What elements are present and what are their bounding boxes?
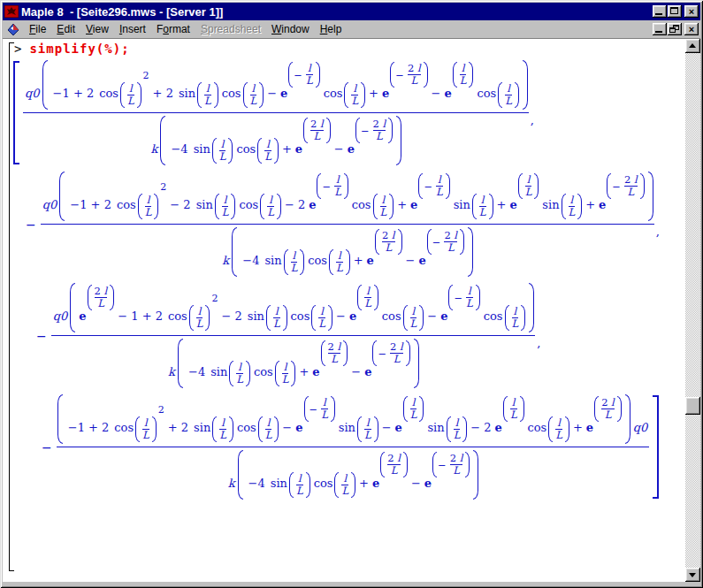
right-paren-icon xyxy=(460,229,464,255)
math-paren-inner: lL xyxy=(348,82,361,108)
math-symbol: l xyxy=(400,340,403,353)
math-denominator: L xyxy=(376,131,383,142)
math-symbol: L xyxy=(466,297,473,309)
math-symbol: L xyxy=(296,485,303,497)
math-exponential: e2 lL xyxy=(312,340,348,378)
math-paren-inner: lL xyxy=(566,194,578,219)
math-symbol: l xyxy=(267,416,271,429)
vertical-scrollbar[interactable] xyxy=(685,39,700,582)
right-paren-icon xyxy=(489,194,493,219)
title-bar[interactable]: Maple 8 - [Seite296.mws - [Server 1]] × xyxy=(3,3,700,20)
math-paren-inner: lL xyxy=(553,416,565,442)
math-big-fraction: −1 + 2coslL2+ 2sinlLcoslL−e−lLsinlL−elLs… xyxy=(57,393,650,500)
math-paren-inner: −2 lL xyxy=(377,340,405,366)
right-paren-icon xyxy=(274,416,279,442)
scrollbar-thumb[interactable] xyxy=(685,397,700,415)
math-symbol: L xyxy=(282,373,289,386)
math-numerator: l xyxy=(481,195,485,206)
math-small-fraction: 2 lL xyxy=(406,63,423,87)
right-paren-icon xyxy=(326,118,331,143)
math-symbol: L xyxy=(569,206,576,218)
close-button[interactable]: × xyxy=(684,5,699,18)
math-paren-fraction: 2 lL xyxy=(375,229,402,255)
child-close-button[interactable]: × xyxy=(684,23,699,35)
scroll-down-button[interactable] xyxy=(685,568,700,582)
right-paren-icon xyxy=(214,82,218,108)
scroll-up-button[interactable] xyxy=(685,39,700,53)
math-exponential: e2 lL xyxy=(79,285,114,323)
math-text: − 2 xyxy=(285,198,305,211)
math-paren-inner: −2 lL xyxy=(437,452,465,477)
right-paren-icon xyxy=(396,116,401,165)
right-paren-icon xyxy=(331,396,335,422)
math-function: cos xyxy=(99,87,118,100)
math-denominator: L xyxy=(236,374,243,386)
math-paren-fraction: lL xyxy=(257,138,279,164)
math-expression: −q0e2 lL− 1 + 2coslL2− 2sinlLcoslL−elLco… xyxy=(36,282,685,389)
math-symbol: l xyxy=(323,396,326,409)
math-row: −4sinlLcoslL+e2 lL−e−2 lL xyxy=(238,226,467,278)
math-small-fraction: lL xyxy=(409,397,419,421)
menu-item-format[interactable]: Format xyxy=(151,21,195,37)
menu-item-edit[interactable]: Edit xyxy=(51,21,80,37)
math-paren-inner: lL xyxy=(362,285,374,310)
math-denominator: L xyxy=(466,298,473,309)
right-paren-icon xyxy=(398,229,402,255)
math-paren-fraction: lL xyxy=(503,396,524,422)
math-paren-inner: lL xyxy=(219,194,232,219)
math-group: k−4sinlLcoslL+e2 lL−e−2 lL xyxy=(220,226,474,278)
math-symbol: l xyxy=(527,173,531,186)
input-command[interactable]: simplify(%); xyxy=(29,42,129,56)
maximize-button[interactable] xyxy=(668,5,682,18)
math-numerator: 2 l xyxy=(444,230,457,241)
math-symbol: l xyxy=(557,416,561,429)
worksheet-area[interactable]: > simplify(%); q0−1 + 2coslL2+ 2sinlLcos… xyxy=(3,39,685,582)
right-paren-icon xyxy=(403,452,408,477)
math-big-fraction: q0e2 lL− 1 + 2coslL2− 2sinlLcoslL−elLcos… xyxy=(51,282,535,389)
math-small-fraction: 2 lL xyxy=(380,230,397,254)
math-paren-fraction: lL xyxy=(215,194,236,219)
math-paren-fraction: −lL xyxy=(418,173,449,199)
math-paren-fraction: lL xyxy=(212,416,233,442)
math-paren-fraction: lL xyxy=(498,82,519,108)
right-paren-icon xyxy=(469,62,473,88)
menu-item-insert[interactable]: Insert xyxy=(114,21,151,37)
math-small-fraction: lL xyxy=(126,83,136,107)
minimize-button[interactable] xyxy=(653,5,667,18)
math-numerator: l xyxy=(366,286,370,297)
math-small-fraction: lL xyxy=(220,195,231,218)
math-function: sin xyxy=(194,421,210,434)
math-symbol: l xyxy=(308,62,311,74)
input-line[interactable]: > simplify(%); xyxy=(14,42,685,56)
menu-item-help[interactable]: Help xyxy=(315,21,348,37)
math-symbol: L xyxy=(306,74,313,87)
math-row: −4sinlLcoslL+e2 lL−e−2 lL xyxy=(244,449,473,500)
math-e: e xyxy=(440,309,447,323)
math-paren-fraction: −2 lL xyxy=(390,62,427,88)
math-text: − xyxy=(411,477,421,490)
math-numerator: 2 l xyxy=(382,230,395,241)
child-minimize-button[interactable] xyxy=(653,23,667,35)
math-variable: q0 xyxy=(42,198,57,211)
math-denominator: L xyxy=(605,409,612,421)
math-symbol: L xyxy=(505,95,512,107)
math-row: −4sinlLcoslL+e2 lL−e−2 lL xyxy=(166,115,395,166)
math-symbol: L xyxy=(341,485,348,497)
math-group: k−4sinlLcoslL+e2 lL−e−2 lL xyxy=(149,115,403,166)
right-paren-icon xyxy=(520,396,524,422)
math-symbol: l xyxy=(382,194,386,206)
math-group: q0e2 lL− 1 + 2coslL2− 2sinlLcoslL−elLcos… xyxy=(51,282,535,333)
right-paren-icon xyxy=(374,416,378,442)
menu-item-file[interactable]: File xyxy=(24,21,51,37)
math-paren-fraction: lL xyxy=(266,305,287,331)
menu-item-window[interactable]: Window xyxy=(266,21,315,37)
math-e: e xyxy=(312,365,319,378)
math-symbol: L xyxy=(351,95,358,107)
math-numerator: 2 l xyxy=(601,397,615,409)
child-restore-button[interactable] xyxy=(668,23,682,35)
math-symbol: L xyxy=(142,429,149,441)
math-minus: − xyxy=(432,236,441,248)
math-small-fraction: lL xyxy=(567,195,577,218)
math-symbol: L xyxy=(512,317,519,330)
menu-item-view[interactable]: View xyxy=(80,21,114,37)
